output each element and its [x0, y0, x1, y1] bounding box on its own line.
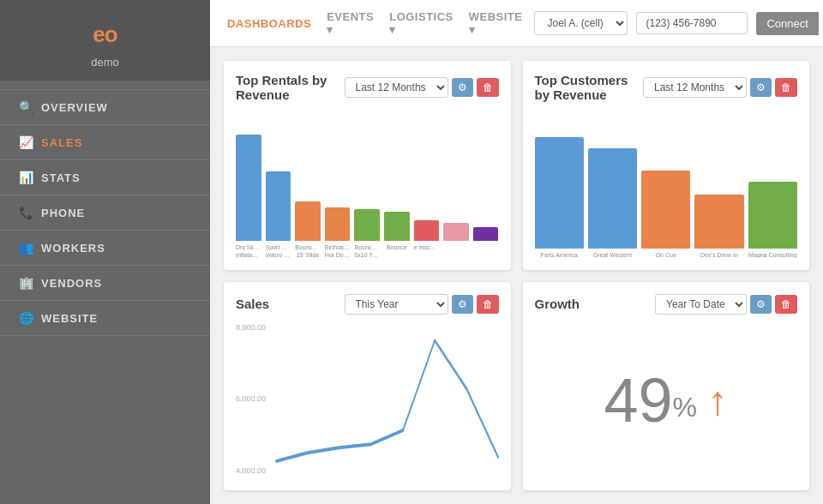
rental-bar-sublabel-3: Hot Dog Steam [325, 252, 351, 258]
rental-bar-5 [384, 212, 410, 241]
logo-circle: eo [80, 15, 131, 54]
customer-bar-2 [641, 171, 690, 249]
sidebar-item-sales[interactable]: 📈 Sales [0, 125, 210, 160]
sidebar-item-overview-label: Overview [41, 101, 108, 114]
sales-period-select[interactable]: This Year Last Year Last 12 Months [345, 294, 448, 315]
customer-bar-0 [535, 137, 584, 249]
growth-title: Growth [535, 297, 580, 311]
sidebar-item-website[interactable]: 🌐 Website [0, 301, 210, 336]
nav-events[interactable]: Events ▾ [327, 10, 374, 36]
rental-bar-sublabel-5 [384, 252, 410, 258]
customer-bar-label-2: On Cue [641, 252, 690, 258]
growth-actions: Year To Date This Year Last Year ⚙ 🗑 [655, 294, 797, 315]
top-customers-labels: Parts AmericaGreat WesternOn CueDee's Dr… [535, 252, 798, 258]
top-customers-header: Top Customers by Revenue Last 12 Months … [535, 73, 798, 102]
sales-header: Sales This Year Last Year Last 12 Months… [236, 294, 499, 315]
rental-bar-8 [473, 227, 499, 241]
phone-icon: 📞 [19, 206, 34, 219]
growth-symbol: % [673, 392, 697, 423]
nav-logistics[interactable]: Logistics ▾ [389, 10, 454, 36]
nav-links: Dashboards Events ▾ Logistics ▾ Website … [227, 10, 522, 36]
top-customers-period-select[interactable]: Last 12 Months This Year Last Year All T… [643, 77, 747, 98]
sales-actions: This Year Last Year Last 12 Months ⚙ 🗑 [345, 294, 499, 315]
header: Dashboards Events ▾ Logistics ▾ Website … [210, 0, 823, 47]
top-customers-actions: Last 12 Months This Year Last Year All T… [643, 77, 797, 98]
growth-content: 49% ↑ [535, 323, 798, 479]
top-rentals-trash-button[interactable]: 🗑 [477, 78, 499, 97]
stats-icon: 📊 [19, 171, 34, 184]
rental-bar-label-3: Birthday Bou [325, 244, 351, 250]
sidebar-logo: eo demo [0, 0, 210, 81]
rental-bar-6 [414, 220, 440, 240]
demo-label: demo [91, 56, 119, 69]
y-label-low: 4,000.00 [236, 466, 266, 475]
logo-text: eo [93, 21, 117, 48]
top-rentals-sublabels: Inflatable JousVelcro Wall15' SlideHot D… [236, 252, 499, 258]
customer-bar-label-1: Great Western [588, 252, 637, 258]
rental-bar-0 [236, 135, 261, 241]
top-rentals-gear-button[interactable]: ⚙ [452, 78, 473, 97]
top-customers-gear-button[interactable]: ⚙ [750, 78, 772, 97]
search-icon: 🔍 [19, 100, 34, 114]
rental-bar-3 [325, 207, 351, 241]
rental-bar-sublabel-8 [473, 252, 499, 258]
sales-line-svg [269, 323, 498, 479]
rental-bar-sublabel-6 [414, 252, 440, 258]
rental-bar-label-2: Bounce Bou [295, 244, 321, 250]
rental-bar-label-7 [443, 244, 469, 250]
sidebar-item-overview[interactable]: 🔍 Overview [0, 89, 210, 125]
sidebar-item-workers[interactable]: 👥 Workers [0, 231, 210, 266]
rental-bar-sublabel-7 [443, 252, 469, 258]
rental-bar-label-5: Bounce [384, 244, 410, 250]
sidebar-item-phone-label: Phone [41, 207, 85, 219]
rental-bar-sublabel-4: 0x10 Tent [354, 252, 380, 258]
y-axis-labels: 8,000.00 6,000.00 4,000.00 [236, 323, 266, 479]
nav-dashboards[interactable]: Dashboards [227, 17, 311, 30]
top-customers-title: Top Customers by Revenue [535, 73, 644, 102]
main-area: Dashboards Events ▾ Logistics ▾ Website … [210, 0, 823, 504]
sidebar-item-vendors[interactable]: 🏢 Vendors [0, 266, 210, 301]
sidebar-item-phone[interactable]: 📞 Phone [0, 195, 210, 231]
y-label-high: 8,000.00 [236, 323, 266, 332]
top-rentals-actions: Last 12 Months This Year Last Year All T… [345, 77, 499, 98]
top-rentals-bars [236, 111, 499, 243]
contact-select[interactable]: Joel A. (cell) [534, 11, 628, 35]
top-rentals-chart: Dry Slide - ASport ThemeBounce BouBirthd… [236, 111, 499, 258]
sidebar-item-stats[interactable]: 📊 Stats [0, 160, 210, 195]
rental-bar-sublabel-2: 15' Slide [295, 252, 321, 258]
top-customers-chart: Parts AmericaGreat WesternOn CueDee's Dr… [535, 111, 798, 258]
customer-bar-1 [588, 148, 637, 249]
growth-value: 49 [604, 366, 672, 435]
connect-button[interactable]: Connect [756, 12, 818, 35]
rental-bar-label-8 [473, 244, 499, 250]
top-rentals-period-select[interactable]: Last 12 Months This Year Last Year All T… [345, 77, 448, 98]
rental-bar-sublabel-1: Velcro Wall [266, 252, 291, 258]
top-rentals-title: Top Rentals by Revenue [236, 73, 345, 102]
growth-card: Growth Year To Date This Year Last Year … [523, 282, 810, 491]
top-customers-trash-button[interactable]: 🗑 [775, 78, 797, 97]
customer-bar-label-4: Magna Consulting [748, 252, 797, 258]
y-label-mid: 6,000.00 [236, 394, 266, 403]
sales-card: Sales This Year Last Year Last 12 Months… [224, 282, 511, 491]
top-rentals-card: Top Rentals by Revenue Last 12 Months Th… [224, 61, 511, 270]
website-icon: 🌐 [19, 311, 34, 325]
rental-bar-1 [266, 171, 291, 241]
nav-website[interactable]: Website ▾ [469, 10, 523, 36]
growth-arrow-up-icon: ↑ [707, 377, 728, 424]
growth-trash-button[interactable]: 🗑 [775, 295, 797, 314]
customer-bar-label-0: Parts America [535, 252, 584, 258]
growth-gear-button[interactable]: ⚙ [750, 295, 772, 314]
sales-trash-button[interactable]: 🗑 [477, 295, 499, 314]
customer-bar-4 [748, 182, 797, 249]
rental-bar-label-0: Dry Slide - A [236, 244, 261, 250]
content-grid: Top Rentals by Revenue Last 12 Months Th… [210, 47, 823, 504]
sidebar-item-vendors-label: Vendors [41, 277, 102, 290]
growth-period-select[interactable]: Year To Date This Year Last Year [655, 294, 747, 315]
vendors-icon: 🏢 [19, 276, 34, 290]
sales-gear-button[interactable]: ⚙ [452, 295, 473, 314]
customer-bar-label-3: Dee's Drive-In [694, 252, 743, 258]
top-customers-card: Top Customers by Revenue Last 12 Months … [523, 61, 810, 270]
phone-input[interactable] [636, 12, 748, 34]
sidebar-nav: 🔍 Overview 📈 Sales 📊 Stats 📞 Phone 👥 Wor… [0, 81, 210, 504]
customer-bar-3 [694, 195, 743, 248]
